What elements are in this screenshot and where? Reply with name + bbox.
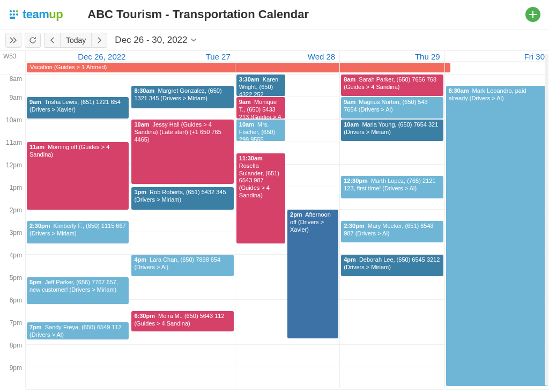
grid-body[interactable]: 9am Trisha Lewis, (651) 1221 654 (Driver… <box>26 75 130 390</box>
hour-row <box>26 345 130 367</box>
prev-button[interactable] <box>44 33 60 48</box>
svg-rect-6 <box>10 17 15 19</box>
event-text: Rosella Sulander, (651) 6543 987 (Guides… <box>239 162 279 198</box>
plus-icon <box>529 11 537 18</box>
hour-row <box>340 367 444 390</box>
hour-label: 6pm <box>0 297 25 319</box>
add-event-button[interactable] <box>525 7 540 22</box>
day-col-tue[interactable]: Tue 27 8:30am Margret Gonzalez, (650) 13… <box>130 51 235 388</box>
svg-point-2 <box>16 10 18 12</box>
event-time: 2:30pm <box>29 223 50 229</box>
logo[interactable]: teamup <box>9 8 63 21</box>
event-text: Magnus Norton, (650) 543 7654 (Drivers >… <box>344 99 428 113</box>
hour-row <box>26 75 130 97</box>
event-time: 8:30am <box>134 87 154 94</box>
chevron-right-icon <box>97 37 101 43</box>
event[interactable]: 2:30pm Kimberly F., (650) 1115 667 (Driv… <box>27 221 129 243</box>
page-title: ABC Tourism - Transportation Calendar <box>87 8 309 21</box>
event[interactable]: 10am Jessy Hall (Guides > 4 Sandina) (La… <box>131 120 233 184</box>
scrollbar[interactable] <box>545 54 548 386</box>
day-col-thu[interactable]: Thu 29 8am Sarah Parker, (650) 7656 768 … <box>340 51 444 388</box>
event-time: 4pm <box>344 256 356 263</box>
hour-row <box>235 345 339 367</box>
event-text: Rob Roberts, (651) 5432 345 (Drivers > M… <box>134 189 226 203</box>
allday-row: Vacation (Guides > 1 Ahmed) <box>26 62 130 75</box>
hour-row <box>130 232 234 255</box>
day-header: Wed 28 <box>235 51 339 62</box>
event[interactable]: 8am Sarah Parker, (650) 7656 768 (Guides… <box>341 75 443 96</box>
date-range-label: Dec 26 - 30, 2022 <box>115 35 187 46</box>
event[interactable]: 11:30am Rosella Sulander, (651) 6543 987… <box>236 153 285 243</box>
event[interactable]: 5pm Jeff Parker, (656) 7767 657, new cus… <box>27 277 129 304</box>
day-col-fri[interactable]: Fri 30 8:30am Mark Leoandro, paid alread… <box>445 51 549 388</box>
hour-row <box>26 120 130 142</box>
date-range-picker[interactable]: Dec 26 - 30, 2022 <box>115 35 196 46</box>
event[interactable]: 8:30am Mark Leoandro, paid already (Driv… <box>446 86 548 386</box>
logo-text: teamup <box>23 8 63 21</box>
event[interactable]: 1pm Rob Roberts, (651) 5432 345 (Drivers… <box>131 187 233 210</box>
event[interactable]: 9am Magnus Norton, (650) 543 7654 (Drive… <box>341 97 443 119</box>
grid-body[interactable]: 8am Sarah Parker, (650) 7656 768 (Guides… <box>340 75 444 390</box>
event[interactable]: 10am Maria Young, (650) 7654 321 (Driver… <box>341 120 443 141</box>
day-header: Tue 27 <box>130 51 234 62</box>
allday-row <box>340 62 444 75</box>
hour-label: 8pm <box>0 342 25 364</box>
event-time: 10am <box>344 121 359 128</box>
grid-body[interactable]: 8:30am Mark Leoandro, paid already (Driv… <box>445 75 549 390</box>
event[interactable]: 12:30pm Marth Lopez, (765) 2121 123, fir… <box>341 176 443 198</box>
event[interactable]: 6:30pm Moira M., (650) 5643 112 (Guides … <box>131 311 233 331</box>
event-time: 3:30am <box>239 76 259 83</box>
today-button[interactable]: Today <box>60 33 91 48</box>
hour-label: 10am <box>0 116 25 139</box>
double-chevron-right-icon <box>10 37 17 43</box>
event[interactable]: 3:30am Karen Wright, (650) 4322 252 (Dri… <box>236 75 285 96</box>
grid-body[interactable]: 8:30am Margret Gonzalez, (650) 1321 345 … <box>130 75 234 390</box>
time-column: W53 8am9am10am11am12pm1pm2pm3pm4pm5pm6pm… <box>0 51 26 388</box>
hour-row <box>235 367 339 390</box>
event-time: 4pm <box>134 256 146 263</box>
hour-row <box>130 277 234 300</box>
event[interactable]: 7pm Sandy Freya, (650) 6549 112 (Drivers… <box>27 322 129 339</box>
event[interactable]: 2pm Afternoon off (Drivers > Xavier) <box>287 210 338 338</box>
hour-row <box>130 345 234 367</box>
event-time: 11:30am <box>239 155 263 161</box>
day-col-mon[interactable]: Dec 26, 2022 Vacation (Guides > 1 Ahmed)… <box>26 51 130 388</box>
event-time: 8am <box>344 76 355 83</box>
hour-row <box>130 210 234 232</box>
event[interactable]: 4pm Deborah Lee, (650) 6545 3212 (Driver… <box>341 255 443 276</box>
hour-label: 11am <box>0 139 25 161</box>
allday-row <box>445 62 549 75</box>
event-text: Jeff Parker, (656) 7767 657, new custome… <box>29 279 118 293</box>
hour-row <box>26 255 130 277</box>
toolbar: Today Dec 26 - 30, 2022 <box>0 29 549 51</box>
hour-row <box>340 300 444 322</box>
event[interactable]: 9am Monique T., (650) 5433 213 (Guides >… <box>236 97 285 119</box>
event-time: 5pm <box>29 279 42 285</box>
week-label: W53 <box>0 51 25 75</box>
event-time: 2:30pm <box>344 223 365 229</box>
event[interactable]: 10am Mrs. Fischer, (650) 299 9555 (Drive… <box>236 120 285 141</box>
event-text: Sandy Freya, (650) 6549 112 (Drivers > A… <box>29 324 122 338</box>
event-time: 11am <box>29 144 44 150</box>
event[interactable]: 11am Morning off (Guides > 4 Sandina) <box>27 142 129 210</box>
event[interactable]: 4pm Lara Chan, (650) 7898 654 (Drivers >… <box>131 255 233 276</box>
chevron-down-icon <box>191 38 196 43</box>
hour-row <box>340 322 444 345</box>
event-time: 9am <box>29 99 41 105</box>
event[interactable]: 2:30pm Mary Meeker, (651) 6543 987 (Driv… <box>341 221 443 242</box>
next-button[interactable] <box>91 33 107 48</box>
event[interactable]: 8:30am Margret Gonzalez, (650) 1321 345 … <box>131 86 233 108</box>
refresh-button[interactable] <box>25 33 41 48</box>
hour-row <box>340 345 444 367</box>
event[interactable]: 9am Trisha Lewis, (651) 1221 654 (Driver… <box>27 97 129 119</box>
chevron-left-icon <box>50 37 55 43</box>
svg-point-5 <box>16 13 18 16</box>
hour-row <box>26 367 130 390</box>
hour-label: 7pm <box>0 319 25 342</box>
svg-point-4 <box>13 13 15 16</box>
expand-sidebar-button[interactable] <box>5 33 21 48</box>
day-col-wed[interactable]: Wed 28 3:30am Karen Wright, (650) 4322 2… <box>235 51 340 388</box>
grid-body[interactable]: 3:30am Karen Wright, (650) 4322 252 (Dri… <box>235 75 339 390</box>
event-text: Lara Chan, (650) 7898 654 (Drivers > Al) <box>134 256 220 270</box>
hour-label: 9pm <box>0 364 25 387</box>
